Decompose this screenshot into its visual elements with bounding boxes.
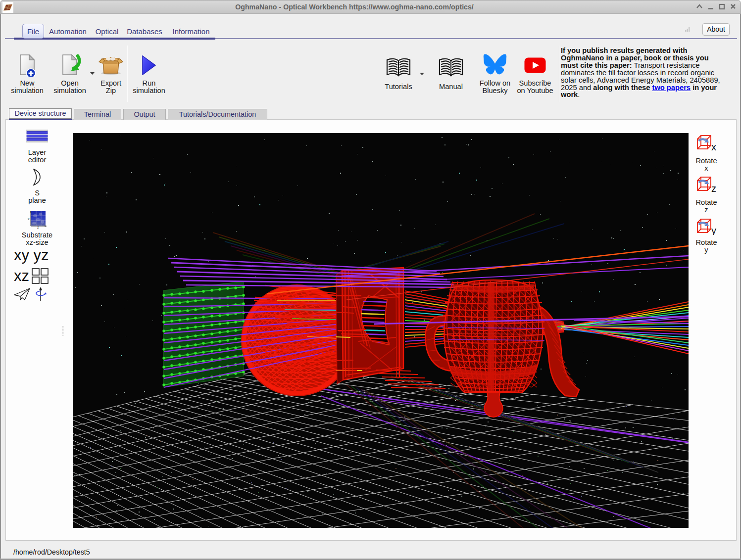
svg-text:y: y — [711, 225, 716, 235]
svg-text:x: x — [711, 141, 716, 151]
svg-text:z: z — [37, 226, 39, 229]
svg-text:x: x — [28, 217, 30, 221]
svg-text:z: z — [711, 183, 716, 193]
